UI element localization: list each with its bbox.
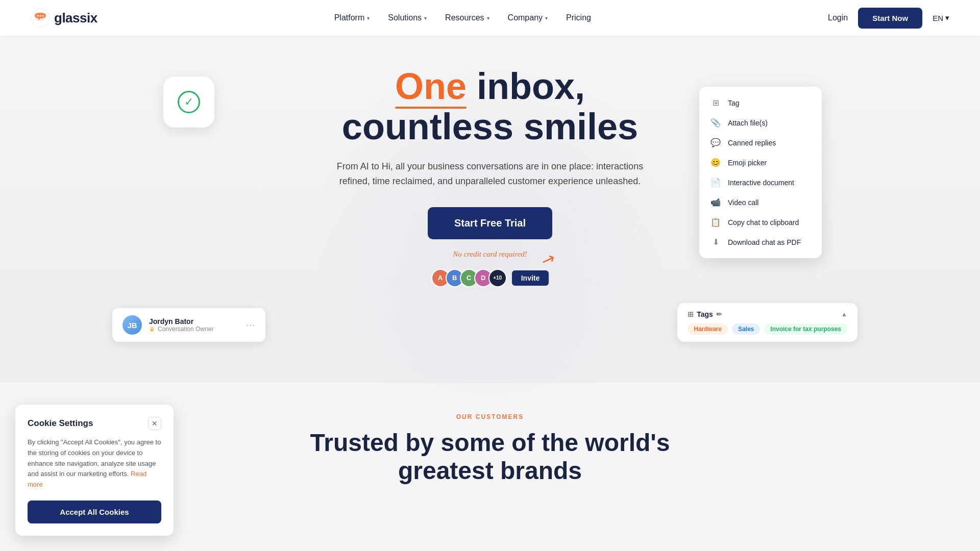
nav-resources[interactable]: Resources ▾ <box>445 13 489 22</box>
ctx-canned[interactable]: 💬 Canned replies <box>699 133 822 153</box>
tags-list: Hardware Sales Invoice for tax purposes <box>688 323 847 335</box>
chevron-down-icon: ▾ <box>487 15 489 21</box>
arrow-icon: ↗ <box>538 247 558 270</box>
page-wrapper: glassix Platform ▾ Solutions ▾ Resources… <box>0 0 980 505</box>
cookie-header: Cookie Settings ✕ <box>28 417 161 430</box>
ctx-download[interactable]: ⬇ Download chat as PDF <box>699 232 822 252</box>
chevron-down-icon: ▾ <box>545 15 548 21</box>
tags-card: ⊞ Tags ✏ ▲ Hardware Sales Invoice for ta… <box>677 303 857 342</box>
hero-title-inbox: inbox, <box>467 66 585 107</box>
canned-icon: 💬 <box>710 138 721 147</box>
hero-title-one: One <box>395 66 467 107</box>
start-free-trial-button[interactable]: Start Free Trial <box>428 207 552 239</box>
svg-point-3 <box>40 15 41 17</box>
tags-collapse-button[interactable]: ▲ <box>841 311 847 318</box>
tags-header: ⊞ Tags ✏ ▲ <box>688 310 847 318</box>
check-card: ✓ <box>163 77 214 128</box>
navbar: glassix Platform ▾ Solutions ▾ Resources… <box>0 0 980 36</box>
no-cc-wrapper: No credit card required! ↗ <box>453 249 527 259</box>
hero-subtitle: From AI to Hi, all your business convers… <box>327 159 653 189</box>
cookie-banner: Cookie Settings ✕ By clicking "Accept Al… <box>15 405 174 536</box>
hero-content: One inbox, countless smiles From AI to H… <box>327 66 653 287</box>
invite-button[interactable]: Invite <box>512 270 549 286</box>
more-options-button[interactable]: ⋯ <box>246 319 255 331</box>
check-icon: ✓ <box>184 96 193 108</box>
tag-hardware: Hardware <box>688 323 728 335</box>
download-icon: ⬇ <box>710 237 721 247</box>
tag-sales: Sales <box>732 323 760 335</box>
cookie-body-text: By clicking "Accept All Cookies", you ag… <box>28 437 161 490</box>
hero-section: ✓ One inbox, countless smiles From AI to… <box>0 36 980 383</box>
convo-info: Jordyn Bator ♛ Conversation Owner <box>149 317 239 333</box>
hero-title-line2: countless smiles <box>342 106 638 147</box>
avatar-count: +10 <box>488 269 507 287</box>
cookie-close-button[interactable]: ✕ <box>148 417 161 430</box>
language-selector[interactable]: EN ▾ <box>933 13 949 22</box>
document-icon: 📄 <box>710 178 721 187</box>
cookie-title: Cookie Settings <box>28 418 93 429</box>
conversation-owner-card: JB Jordyn Bator ♛ Conversation Owner ⋯ <box>112 308 265 342</box>
ctx-doc[interactable]: 📄 Interactive document <box>699 172 822 192</box>
nav-solutions[interactable]: Solutions ▾ <box>388 13 427 22</box>
convo-role: ♛ Conversation Owner <box>149 325 239 333</box>
login-button[interactable]: Login <box>828 13 848 22</box>
nav-right: Login Start Now EN ▾ <box>828 8 949 29</box>
convo-avatar: JB <box>122 315 142 335</box>
chevron-down-icon: ▾ <box>424 15 427 21</box>
nav-company[interactable]: Company ▾ <box>508 13 548 22</box>
start-now-button[interactable]: Start Now <box>858 8 922 29</box>
glassix-logo-icon <box>31 8 50 28</box>
hero-title: One inbox, countless smiles <box>327 66 653 147</box>
accept-all-cookies-button[interactable]: Accept All Cookies <box>28 500 161 523</box>
ctx-attach[interactable]: 📎 Attach file(s) <box>699 113 822 133</box>
copy-icon: 📋 <box>710 217 721 227</box>
svg-point-4 <box>42 15 44 17</box>
avatar-row: A B C D +10 Invite <box>327 269 653 287</box>
check-circle: ✓ <box>178 91 200 113</box>
ctx-video[interactable]: 📹 Video call <box>699 192 822 212</box>
tags-edit-button[interactable]: ✏ <box>716 310 722 318</box>
tag-invoice: Invoice for tax purposes <box>764 323 847 335</box>
crown-icon: ♛ <box>149 325 155 333</box>
tags-title: ⊞ Tags ✏ <box>688 310 722 318</box>
nav-pricing[interactable]: Pricing <box>566 13 591 22</box>
ctx-tag[interactable]: ⊞ Tag <box>699 93 822 113</box>
attach-icon: 📎 <box>710 118 721 128</box>
ctx-emoji[interactable]: 😊 Emoji picker <box>699 153 822 172</box>
ctx-copy[interactable]: 📋 Copy chat to clipboard <box>699 212 822 232</box>
no-credit-card-text: No credit card required! <box>453 250 527 259</box>
logo[interactable]: glassix <box>31 8 97 28</box>
nav-links: Platform ▾ Solutions ▾ Resources ▾ Compa… <box>334 13 591 22</box>
chevron-down-icon: ▾ <box>945 13 949 22</box>
avatar-group: A B C D +10 <box>431 269 507 287</box>
tag-icon: ⊞ <box>710 98 721 108</box>
chevron-down-icon: ▾ <box>367 15 370 21</box>
logo-text: glassix <box>54 10 97 26</box>
convo-name: Jordyn Bator <box>149 317 239 325</box>
svg-point-2 <box>37 15 39 17</box>
video-icon: 📹 <box>710 197 721 207</box>
emoji-icon: 😊 <box>710 158 721 167</box>
context-menu: ⊞ Tag 📎 Attach file(s) 💬 Canned replies … <box>699 87 822 258</box>
tag-list-icon: ⊞ <box>688 310 694 318</box>
nav-platform[interactable]: Platform ▾ <box>334 13 370 22</box>
